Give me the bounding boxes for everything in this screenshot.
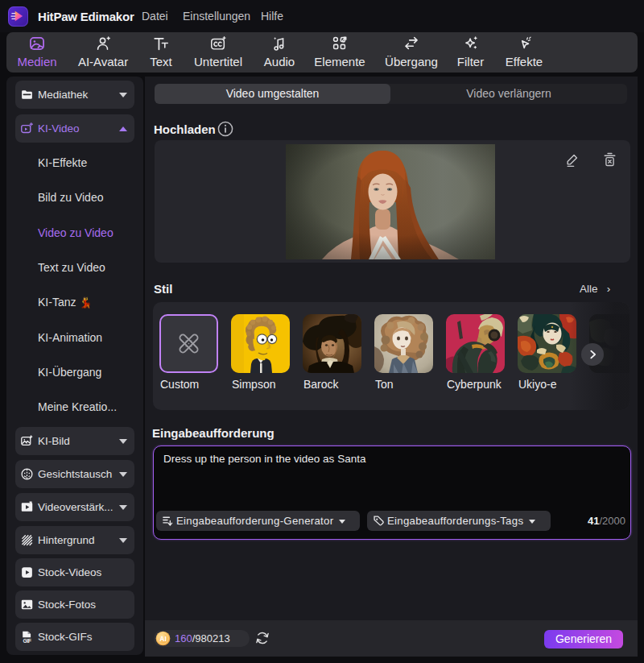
svg-text:GIF: GIF bbox=[23, 638, 31, 644]
svg-text:AI: AI bbox=[159, 635, 167, 643]
